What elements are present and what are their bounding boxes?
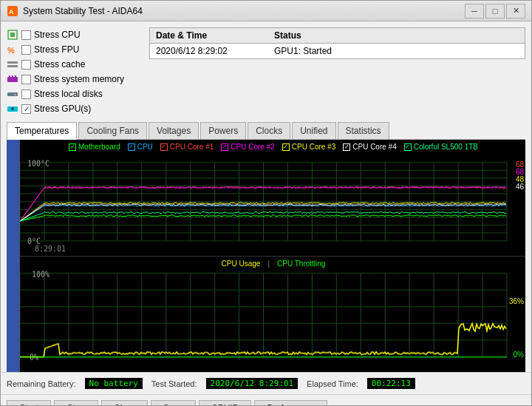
app-icon: A xyxy=(7,5,18,17)
legend-motherboard-label: Motherboard xyxy=(78,143,120,151)
started-label: Test Started: xyxy=(151,379,197,388)
clear-button[interactable]: Clear xyxy=(101,400,148,406)
legend-core2: ✓ CPU Core #2 xyxy=(221,143,274,151)
stress-cpu-checkbox[interactable] xyxy=(21,30,31,40)
svg-text:%: % xyxy=(7,46,15,55)
status-section: Date & Time Status 2020/6/12 8:29:02 GPU… xyxy=(149,27,525,116)
stress-disk-item[interactable]: Stress local disks xyxy=(7,87,143,101)
legend-core3-check: ✓ xyxy=(282,143,290,151)
legend-core2-check: ✓ xyxy=(221,143,228,151)
disk-icon xyxy=(7,88,18,100)
legend-core3-label: CPU Core #3 xyxy=(292,143,335,151)
legend-ssd-check: ✓ xyxy=(404,143,412,151)
stop-button[interactable]: Stop xyxy=(54,400,98,406)
window-controls: ─ □ ✕ xyxy=(465,4,525,18)
svg-rect-3 xyxy=(10,33,15,37)
legend-core4-label: CPU Core #4 xyxy=(352,143,396,151)
cache-icon xyxy=(7,58,18,70)
usage-chart: CPU Usage | CPU Throttling 36% 0% xyxy=(7,257,525,372)
legend-cpu: ✓ CPU xyxy=(128,143,153,151)
usage-canvas xyxy=(7,257,525,372)
legend-separator: | xyxy=(267,260,270,268)
memory-icon xyxy=(7,73,18,85)
legend-cpu-usage: CPU Usage xyxy=(222,260,261,268)
tab-bar: Temperatures Cooling Fans Voltages Power… xyxy=(7,122,525,140)
stress-cache-checkbox[interactable] xyxy=(21,60,31,70)
chart1-legend: ✓ Motherboard ✓ CPU ✓ CPU Core #1 ✓ xyxy=(21,143,525,151)
elapsed-label: Elapsed Time: xyxy=(307,379,358,388)
legend-core2-label: CPU Core #2 xyxy=(231,143,274,151)
stress-memory-item[interactable]: Stress system memory xyxy=(7,72,143,87)
save-button[interactable]: Save xyxy=(151,400,196,406)
stress-cpu-label: Stress CPU xyxy=(34,30,81,40)
maximize-button[interactable]: □ xyxy=(485,4,505,18)
started-value: 2020/6/12 8:29:01 xyxy=(206,378,299,389)
tab-unified[interactable]: Unified xyxy=(292,122,335,139)
tab-voltages[interactable]: Voltages xyxy=(149,122,199,139)
legend-motherboard: ✓ Motherboard xyxy=(69,143,120,151)
svg-rect-6 xyxy=(7,65,18,67)
svg-rect-12 xyxy=(14,94,16,95)
status-row-0: 2020/6/12 8:29:02 GPU1: Started xyxy=(150,44,525,58)
svg-text:A: A xyxy=(9,8,14,16)
legend-core1-label: CPU Core #1 xyxy=(170,143,214,151)
svg-rect-11 xyxy=(7,92,18,96)
window-title: System Stability Test - AIDA64 xyxy=(23,6,143,16)
tabs-container: Temperatures Cooling Fans Voltages Power… xyxy=(1,122,531,372)
elapsed-value: 00:22:13 xyxy=(367,378,415,389)
tab-powers[interactable]: Powers xyxy=(200,122,246,139)
stress-cache-label: Stress cache xyxy=(34,59,85,70)
main-body: Stress CPU % Stress FPU Stress cache Str… xyxy=(1,21,531,405)
stress-gpu-checkbox[interactable] xyxy=(21,104,31,114)
stress-cpu-item[interactable]: Stress CPU xyxy=(7,27,143,42)
top-section: Stress CPU % Stress FPU Stress cache Str… xyxy=(1,21,531,122)
close-button[interactable]: ✕ xyxy=(506,4,525,18)
cpuid-button[interactable]: CPUID xyxy=(199,400,251,406)
stress-fpu-label: Stress FPU xyxy=(34,44,79,55)
stress-gpu-item[interactable]: Stress GPU(s) xyxy=(7,101,143,116)
legend-cpu-usage-label: CPU Usage xyxy=(222,260,261,268)
main-window: A System Stability Test - AIDA64 ─ □ ✕ S… xyxy=(0,0,532,406)
preferences-button[interactable]: Preferences xyxy=(254,400,327,406)
status-table: Date & Time Status 2020/6/12 8:29:02 GPU… xyxy=(149,27,525,59)
gpu-icon xyxy=(7,103,18,115)
tab-statistics[interactable]: Statistics xyxy=(338,122,389,139)
svg-rect-9 xyxy=(12,75,13,78)
status-datetime: 2020/6/12 8:29:02 xyxy=(156,46,274,56)
legend-motherboard-check: ✓ xyxy=(69,143,76,151)
tab-cooling-fans[interactable]: Cooling Fans xyxy=(78,122,147,139)
tab-temperatures[interactable]: Temperatures xyxy=(7,122,77,140)
charts-area: ✓ Motherboard ✓ CPU ✓ CPU Core #1 ✓ xyxy=(7,140,525,372)
stress-cache-item[interactable]: Stress cache xyxy=(7,57,143,72)
stress-disk-label: Stress local disks xyxy=(34,89,103,99)
status-table-header: Date & Time Status xyxy=(150,28,525,44)
legend-core3: ✓ CPU Core #3 xyxy=(282,143,335,151)
val-46: 46 xyxy=(516,183,524,191)
status-header: Status xyxy=(274,30,301,41)
status-value: GPU1: Started xyxy=(274,46,332,56)
svg-point-14 xyxy=(11,107,14,110)
legend-core4: ✓ CPU Core #4 xyxy=(343,143,396,151)
chart2-legend: CPU Usage | CPU Throttling xyxy=(21,260,525,268)
stress-memory-label: Stress system memory xyxy=(34,74,124,84)
cpu-icon xyxy=(7,29,18,41)
start-button[interactable]: Start xyxy=(7,400,51,406)
stress-fpu-checkbox[interactable] xyxy=(21,45,31,55)
temperature-chart: ✓ Motherboard ✓ CPU ✓ CPU Core #1 ✓ xyxy=(7,140,525,257)
legend-ssd-label: Colorful SL500 1TB xyxy=(414,143,478,151)
bottom-info-bar: Remaining Battery: No battery Test Start… xyxy=(1,372,531,394)
title-bar-left: A System Stability Test - AIDA64 xyxy=(7,5,143,17)
legend-ssd: ✓ Colorful SL500 1TB xyxy=(404,143,478,151)
svg-rect-8 xyxy=(9,75,10,78)
svg-rect-5 xyxy=(7,61,18,64)
tab-clocks[interactable]: Clocks xyxy=(248,122,290,139)
val-0pct: 0% xyxy=(514,351,524,359)
minimize-button[interactable]: ─ xyxy=(465,4,484,18)
stress-options-panel: Stress CPU % Stress FPU Stress cache Str… xyxy=(7,27,143,116)
legend-core4-check: ✓ xyxy=(343,143,350,151)
fpu-icon: % xyxy=(7,44,18,55)
stress-fpu-item[interactable]: % Stress FPU xyxy=(7,42,143,57)
legend-cpu-throttling-label: CPU Throttling xyxy=(277,260,325,268)
stress-disk-checkbox[interactable] xyxy=(21,89,31,99)
stress-memory-checkbox[interactable] xyxy=(21,75,31,84)
